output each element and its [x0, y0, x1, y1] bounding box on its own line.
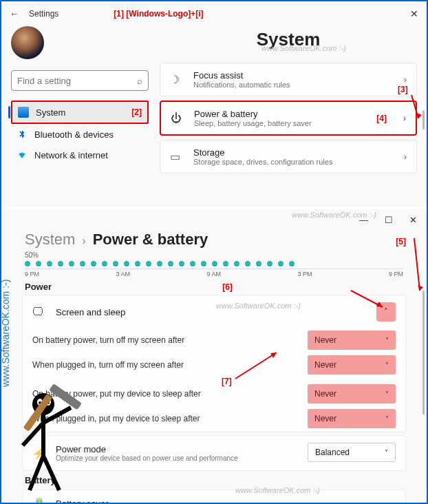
- setting-row: When plugged in, turn off my screen afte…: [23, 353, 405, 378]
- chart-point: [179, 261, 184, 266]
- dropdown-value: Never: [314, 360, 336, 370]
- setting-row: On battery power, turn off my screen aft…: [23, 328, 405, 353]
- wifi-icon: [17, 149, 28, 160]
- sidebar-item-system[interactable]: System [2]: [11, 101, 149, 124]
- chart-x-tick: 9 PM: [389, 271, 403, 277]
- setting-label: On battery power, put my device to sleep…: [32, 389, 299, 400]
- panel-subtitle: Optimize your device based on power use …: [56, 454, 298, 462]
- breadcrumb-system[interactable]: System: [25, 231, 75, 249]
- chevron-down-icon: ˅: [385, 415, 389, 423]
- power-mode-dropdown[interactable]: Balanced ˅: [308, 443, 396, 462]
- watermark-side: www.SoftwareOK.com :-): [0, 280, 11, 387]
- close-icon[interactable]: ✕: [409, 215, 417, 225]
- dropdown-value: Balanced: [315, 448, 350, 457]
- card-subtitle: Sleep, battery usage, battery saver: [194, 119, 367, 127]
- section-header-battery: Battery: [1, 471, 427, 487]
- search-input[interactable]: ⌕: [11, 70, 149, 91]
- chart-point: [201, 261, 206, 266]
- panel-power-mode[interactable]: ⚡ Power mode Optimize your device based …: [22, 435, 406, 471]
- chart-point: [25, 261, 30, 266]
- dropdown-value: Never: [314, 335, 336, 345]
- chart-y-tick: 50%: [25, 251, 403, 259]
- chart-point: [245, 261, 250, 266]
- duration-dropdown[interactable]: Never˅: [308, 384, 396, 403]
- chart-x-tick: 3 AM: [116, 271, 130, 277]
- chart-point: [69, 261, 74, 266]
- setting-label: When plugged in, turn off my screen afte…: [32, 360, 299, 371]
- sidebar-item-label: System: [36, 107, 65, 118]
- chart-point: [113, 261, 118, 266]
- maximize-icon[interactable]: ☐: [385, 215, 393, 225]
- annotation-1: [1] [Windows-Logo]+[i]: [114, 9, 203, 19]
- chart-point: [223, 261, 228, 266]
- moon-icon: ☽: [170, 73, 184, 86]
- chevron-right-icon: ›: [404, 75, 407, 85]
- chart-point: [256, 261, 261, 266]
- section-header-power: Power: [25, 282, 52, 292]
- chart-x-tick: 9 PM: [25, 271, 39, 277]
- breadcrumb-current: Power & battery: [93, 231, 208, 249]
- storage-icon: ▭: [170, 150, 184, 163]
- chart-point: [278, 261, 283, 266]
- setting-row: On battery power, put my device to sleep…: [23, 382, 405, 407]
- annotation-6: [6]: [222, 282, 233, 292]
- setting-label: On battery power, turn off my screen aft…: [32, 335, 299, 346]
- chart-point: [168, 261, 173, 266]
- page-title: System: [160, 29, 417, 50]
- chart-point: [190, 261, 195, 266]
- chart-point: [267, 261, 272, 266]
- search-field[interactable]: [17, 76, 137, 86]
- chart-point: [36, 261, 41, 266]
- dropdown-value: Never: [314, 389, 336, 399]
- chart-point: [80, 261, 85, 266]
- chart-point: [102, 261, 107, 266]
- chevron-down-icon: ˅: [385, 361, 389, 369]
- back-button[interactable]: ←: [10, 8, 21, 19]
- avatar[interactable]: [11, 26, 44, 59]
- duration-dropdown[interactable]: Never˅: [308, 409, 396, 428]
- card-title: Power & battery: [194, 109, 367, 119]
- chart-point: [146, 261, 151, 266]
- sidebar-item-network[interactable]: Network & internet: [11, 145, 149, 165]
- battery-chart: 50% 9 PM 3 AM 9 AM 3 PM 9 PM: [1, 249, 427, 277]
- chart-point: [91, 261, 96, 266]
- search-icon: ⌕: [137, 76, 142, 86]
- sidebar-item-label: Bluetooth & devices: [34, 129, 114, 140]
- panel-screen-sleep[interactable]: 🖵 Screen and sleep ˄: [23, 295, 405, 328]
- chart-x-tick: 9 AM: [206, 271, 221, 277]
- card-subtitle: Notifications, automatic rules: [193, 81, 394, 89]
- setting-label: When plugged in, put my device to sleep …: [32, 414, 299, 425]
- chart-point: [212, 261, 217, 266]
- card-storage[interactable]: ▭ Storage Storage space, drives, configu…: [160, 140, 417, 174]
- chevron-right-icon: ›: [82, 235, 85, 247]
- card-focus-assist[interactable]: ☽ Focus assist Notifications, automatic …: [160, 63, 417, 96]
- chart-point: [135, 261, 140, 266]
- dropdown-value: Never: [314, 414, 336, 423]
- chevron-down-icon: ˅: [385, 449, 388, 456]
- setting-row: When plugged in, put my device to sleep …: [23, 407, 405, 432]
- chart-point: [289, 261, 295, 266]
- close-icon[interactable]: ✕: [410, 8, 418, 19]
- chart-point: [157, 261, 162, 266]
- panel-title: Power mode: [56, 444, 298, 454]
- duration-dropdown[interactable]: Never˅: [308, 330, 396, 350]
- chart-x-tick: 3 PM: [297, 271, 312, 277]
- battery-icon: 🔋: [32, 497, 46, 504]
- scrollbar-thumb[interactable]: [422, 291, 425, 414]
- card-subtitle: Storage space, drives, configuration rul…: [193, 158, 394, 166]
- chart-point: [124, 261, 129, 266]
- chart-point: [58, 261, 63, 266]
- annotation-5: [5]: [396, 237, 406, 246]
- chevron-up-icon[interactable]: ˄: [376, 302, 396, 322]
- panel-battery-saver[interactable]: 🔋 Battery saver: [22, 490, 406, 504]
- chart-point: [234, 261, 239, 266]
- panel-title: Screen and sleep: [56, 307, 367, 317]
- card-power-battery[interactable]: ⏻ Power & battery Sleep, battery usage, …: [160, 101, 417, 136]
- minimize-icon[interactable]: —: [359, 215, 368, 225]
- screen-icon: 🖵: [32, 306, 46, 318]
- bluetooth-icon: [17, 129, 28, 140]
- sidebar-item-bluetooth[interactable]: Bluetooth & devices: [11, 124, 149, 145]
- duration-dropdown[interactable]: Never˅: [308, 355, 396, 375]
- scrollbar-thumb[interactable]: [422, 110, 425, 129]
- annotation-2: [2]: [131, 107, 142, 117]
